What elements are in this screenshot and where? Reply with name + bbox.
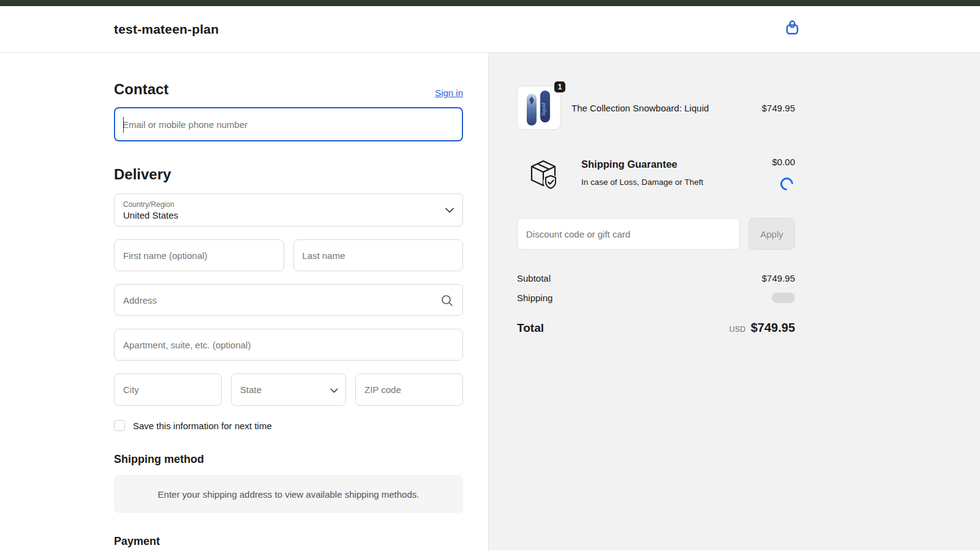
email-input[interactable] [115, 108, 462, 140]
guarantee-price: $0.00 [772, 157, 795, 167]
save-info-label: Save this information for next time [133, 421, 272, 431]
text-caret [123, 117, 124, 133]
apply-discount-button[interactable]: Apply [748, 218, 795, 250]
search-icon [440, 294, 454, 310]
country-label: Country/Region [123, 200, 178, 209]
contact-heading: Contact [114, 81, 168, 98]
last-name-field[interactable] [293, 239, 464, 271]
first-name-input[interactable] [115, 240, 284, 271]
shipping-method-empty-text: Enter your shipping address to view avai… [158, 489, 420, 500]
guarantee-title: Shipping Guarantee [581, 159, 772, 170]
delivery-heading: Delivery [114, 166, 463, 183]
shipping-row: Shipping [517, 293, 795, 303]
total-label: Total [517, 321, 544, 335]
save-info-checkbox[interactable] [114, 420, 125, 431]
email-field[interactable] [114, 107, 463, 141]
guarantee-subtitle: In case of Loss, Damage or Theft [581, 178, 772, 187]
subtotal-value: $749.95 [762, 273, 795, 283]
state-select[interactable]: State [231, 373, 346, 406]
package-shield-icon [526, 157, 561, 191]
country-value: United States [123, 210, 178, 220]
checkout-header: test-mateen-plan [0, 6, 980, 53]
country-select[interactable]: Country/Region United States [114, 193, 463, 227]
shipping-method-heading: Shipping method [114, 453, 463, 466]
address-input[interactable] [115, 285, 462, 315]
shipping-guarantee-row: Shipping Guarantee In case of Loss, Dama… [517, 157, 795, 191]
city-field[interactable] [114, 373, 222, 406]
address-field[interactable] [114, 284, 463, 316]
subtotal-row: Subtotal $749.95 [517, 273, 795, 283]
top-accent-bar [0, 0, 980, 6]
cart-button[interactable] [783, 19, 802, 39]
city-input[interactable] [115, 374, 221, 405]
order-summary-panel: liquid 1 The Collection Snowboard: Liqui… [488, 53, 980, 550]
zip-input[interactable] [356, 374, 462, 405]
bag-icon [783, 19, 802, 39]
chevron-down-icon [330, 384, 338, 395]
store-name: test-mateen-plan [114, 22, 219, 37]
subtotal-label: Subtotal [517, 273, 551, 283]
discount-code-field[interactable] [517, 218, 740, 250]
shipping-label: Shipping [517, 293, 552, 303]
sign-in-link[interactable]: Sign in [435, 88, 463, 98]
spinner-icon [778, 175, 796, 193]
payment-heading: Payment [114, 535, 463, 548]
apartment-input[interactable] [115, 329, 462, 360]
state-placeholder: State [232, 384, 262, 395]
quantity-badge: 1 [553, 80, 567, 94]
svg-text:liquid: liquid [540, 102, 546, 116]
chevron-down-icon [445, 204, 454, 216]
apartment-field[interactable] [114, 329, 463, 361]
cart-line-item: liquid 1 The Collection Snowboard: Liqui… [517, 86, 795, 130]
last-name-input[interactable] [294, 240, 463, 271]
discount-code-input[interactable] [518, 219, 739, 249]
first-name-field[interactable] [114, 239, 284, 271]
shipping-method-empty-notice: Enter your shipping address to view avai… [114, 475, 463, 513]
total-value: $749.95 [751, 321, 795, 335]
currency-code: USD [729, 325, 745, 334]
total-row: Total USD $749.95 [517, 321, 795, 335]
zip-field[interactable] [355, 373, 463, 406]
product-name: The Collection Snowboard: Liquid [571, 103, 762, 113]
product-price: $749.95 [762, 103, 795, 113]
shipping-value-skeleton [772, 293, 795, 303]
checkout-form-panel: Contact Sign in Delivery Country/Region … [0, 53, 488, 550]
